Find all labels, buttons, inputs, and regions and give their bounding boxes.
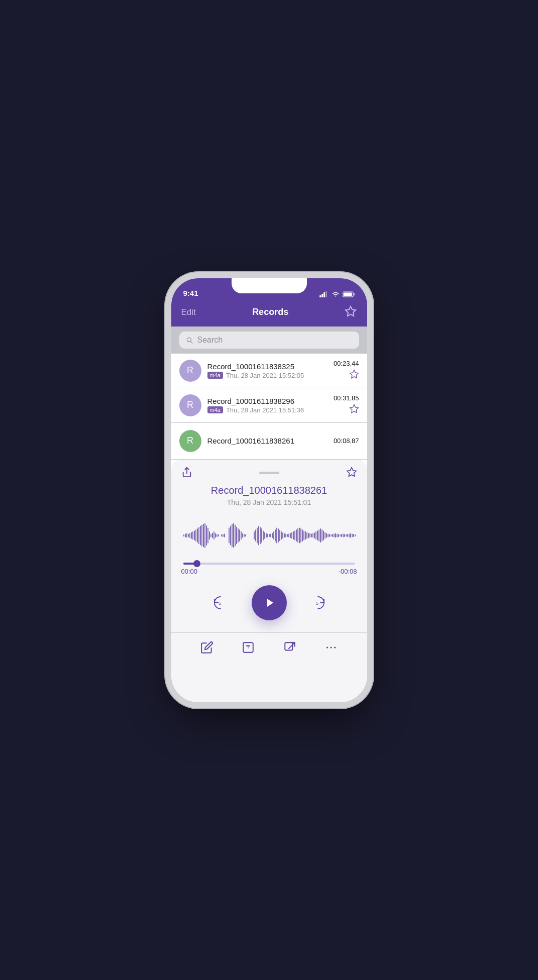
record-name: Record_10001611838261 (207, 437, 328, 445)
skip-forward-button[interactable]: 5 (307, 592, 329, 614)
search-placeholder: Search (197, 336, 223, 345)
record-star-button[interactable] (349, 369, 359, 381)
svg-text:5: 5 (316, 601, 318, 606)
avatar: R (179, 394, 201, 416)
record-format: m4a (207, 406, 223, 413)
play-button[interactable] (252, 585, 287, 620)
header: Edit Records (171, 300, 367, 326)
edit-recording-button[interactable] (200, 641, 213, 654)
svg-point-126 (327, 646, 328, 648)
transcribe-button[interactable]: T (242, 641, 255, 654)
record-item[interactable]: R Record_10001611838296 m4a Thu, 28 Jan … (171, 388, 367, 422)
record-duration: 00:08,87 (334, 437, 359, 445)
progress-thumb[interactable] (193, 560, 200, 567)
share-button[interactable] (181, 467, 192, 480)
record-item[interactable]: R Record_10001611838261 00:08,87 (171, 423, 367, 459)
record-duration: 00:23,44 (334, 360, 359, 367)
record-date: Thu, 28 Jan 2021 15:52:05 (226, 372, 304, 379)
svg-text:T: T (247, 645, 250, 649)
record-item[interactable]: R Record_10001611838325 m4a Thu, 28 Jan … (171, 354, 367, 388)
signal-icon (319, 291, 329, 297)
svg-rect-3 (326, 291, 327, 297)
time-row: 00:00 -00:08 (181, 568, 357, 575)
page-title: Records (252, 307, 288, 317)
player-title: Record_10001611838261 (181, 485, 357, 496)
player-panel: Record_10001611838261 Thu, 28 Jan 2021 1… (171, 460, 367, 702)
wifi-icon (332, 291, 340, 297)
record-name: Record_10001611838325 (207, 362, 328, 371)
share-edit-button[interactable] (283, 641, 296, 654)
record-format: m4a (207, 372, 223, 379)
record-info: Record_10001611838296 m4a Thu, 28 Jan 20… (207, 397, 328, 414)
battery-icon (343, 291, 355, 297)
avatar: R (179, 360, 201, 382)
search-bar: Search (171, 326, 367, 354)
waveform[interactable] (181, 515, 357, 556)
record-right: 00:08,87 (334, 437, 359, 445)
svg-marker-7 (346, 306, 356, 316)
time-current: 00:00 (181, 568, 198, 575)
bottom-toolbar: T (181, 641, 357, 654)
svg-rect-6 (354, 293, 355, 295)
record-name: Record_10001611838296 (207, 397, 328, 405)
favorites-button[interactable] (345, 305, 357, 319)
search-icon (185, 336, 193, 344)
record-meta: m4a Thu, 28 Jan 2021 15:52:05 (207, 372, 328, 379)
record-info: Record_10001611838325 m4a Thu, 28 Jan 20… (207, 362, 328, 379)
waveform-svg (181, 520, 357, 551)
svg-rect-2 (324, 292, 325, 297)
status-icons (319, 291, 355, 297)
record-right: 00:31,85 (334, 394, 359, 416)
svg-rect-1 (321, 294, 323, 297)
svg-rect-5 (343, 292, 352, 296)
svg-point-127 (331, 646, 332, 648)
player-drag-handle[interactable] (259, 472, 279, 474)
toolbar-divider (171, 632, 367, 633)
search-input-wrapper[interactable]: Search (179, 332, 359, 349)
record-right: 00:23,44 (334, 360, 359, 381)
record-meta: m4a Thu, 28 Jan 2021 15:51:36 (207, 406, 328, 414)
skip-back-button[interactable]: 5 (209, 592, 232, 614)
svg-point-128 (334, 646, 336, 648)
svg-text:5: 5 (219, 601, 221, 606)
record-duration: 00:31,85 (334, 394, 359, 402)
svg-marker-120 (267, 598, 273, 606)
player-favorite-button[interactable] (346, 467, 357, 480)
record-star-button[interactable] (349, 404, 359, 416)
phone-frame: 9:41 (171, 278, 367, 702)
svg-marker-9 (350, 405, 358, 413)
record-date: Thu, 28 Jan 2021 15:51:36 (226, 406, 304, 414)
status-time: 9:41 (183, 289, 198, 297)
svg-marker-8 (350, 370, 358, 378)
progress-container[interactable] (181, 563, 357, 565)
player-date: Thu, 28 Jan 2021 15:51:01 (181, 498, 357, 506)
player-handle-row (181, 467, 357, 480)
time-remaining: -00:08 (339, 568, 357, 575)
edit-button[interactable]: Edit (181, 307, 196, 317)
controls-row: 5 5 (181, 585, 357, 620)
notch (232, 278, 307, 293)
svg-rect-0 (319, 295, 321, 297)
more-options-button[interactable] (325, 641, 338, 654)
record-info: Record_10001611838261 (207, 437, 328, 445)
progress-track[interactable] (183, 563, 355, 565)
records-list: R Record_10001611838325 m4a Thu, 28 Jan … (171, 354, 367, 460)
svg-marker-11 (347, 467, 356, 476)
avatar: R (179, 430, 201, 452)
